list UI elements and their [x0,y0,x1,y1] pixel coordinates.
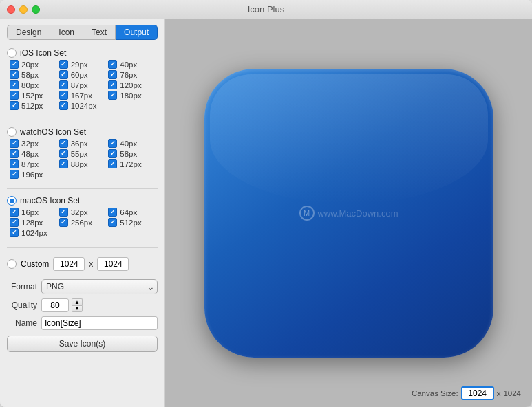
name-label: Name [7,318,37,328]
tab-output[interactable]: Output [116,25,158,40]
ios-cb-512[interactable] [10,101,19,110]
ios-cb-29[interactable] [59,60,68,69]
list-item: 58px [108,149,158,158]
mac-cb-256[interactable] [59,218,68,227]
list-item: 64px [108,208,158,217]
format-label: Format [7,282,37,292]
left-panel: Design Icon Text Output iOS Icon Set 20p… [0,19,165,407]
wo-cb-48[interactable] [10,149,19,158]
maximize-button[interactable] [32,6,40,14]
list-item: 48px [10,149,59,158]
macos-section-header: macOS Icon Set [7,196,158,206]
macos-radio[interactable] [7,196,17,206]
quality-input[interactable] [41,298,69,312]
ios-cb-20[interactable] [10,60,19,69]
save-button[interactable]: Save Icon(s) [7,336,158,352]
form-section: Format PNG JPEG TIFF PDF ⌄ Quality [7,279,158,352]
canvas-width-input[interactable] [461,386,494,400]
mac-cb-16[interactable] [10,208,19,217]
ios-cb-60[interactable] [59,70,68,79]
list-item: 512px [108,218,158,227]
list-item: 172px [108,160,158,168]
custom-radio[interactable] [7,259,17,269]
mac-cb-128[interactable] [10,218,19,227]
ios-checkboxes: 20px 29px 40px 58px 60px 76px 80px 87px … [7,60,158,110]
list-item: 1024px [10,228,59,237]
watchos-section: watchOS Icon Set 32px 36px 40px 48px 55p… [7,127,158,179]
wo-cb-32[interactable] [10,139,19,148]
list-item: 196px [10,170,59,179]
ios-cb-152[interactable] [10,91,19,100]
ios-cb-180[interactable] [108,91,117,100]
quality-label: Quality [7,300,37,310]
wo-cb-36[interactable] [59,139,68,148]
divider-2 [7,188,158,189]
list-item: 512px [10,101,59,110]
list-item: 128px [10,218,59,227]
ios-cb-40[interactable] [108,60,117,69]
ios-cb-80[interactable] [10,80,19,89]
canvas-size-label: Canvas Size: [412,389,458,397]
ios-cb-167[interactable] [59,91,68,100]
ios-cb-76[interactable] [108,70,117,79]
close-button[interactable] [7,6,15,14]
tab-text[interactable]: Text [83,25,116,40]
quality-row: Quality ▲ ▼ [7,298,158,312]
watchos-radio[interactable] [7,127,17,137]
custom-x-label: x [89,259,93,269]
list-item: 1024px [59,101,109,110]
list-item: 87px [10,160,59,168]
canvas-height-label: 1024 [503,389,521,397]
wo-cb-196[interactable] [10,170,19,179]
list-item: 32px [10,139,59,148]
mac-cb-64[interactable] [108,208,117,217]
ios-cb-1024[interactable] [59,101,68,110]
ios-section-header: iOS Icon Set [7,48,158,58]
tab-design[interactable]: Design [7,25,50,40]
wo-cb-172[interactable] [108,160,117,168]
list-item: 58px [10,70,59,79]
list-item: 40px [108,60,158,69]
list-item: 87px [59,80,109,89]
list-item: 76px [108,70,158,79]
app-window: Icon Plus Design Icon Text Output iOS Ic… [0,0,532,407]
divider-3 [7,247,158,248]
list-item: 20px [10,60,59,69]
window-title: Icon Plus [248,4,284,14]
wo-cb-87[interactable] [10,160,19,168]
wo-cb-40[interactable] [108,139,117,148]
watchos-section-header: watchOS Icon Set [7,127,158,137]
custom-row: Custom x [7,257,158,271]
ios-radio[interactable] [7,48,17,58]
quality-increment-button[interactable]: ▲ [72,298,83,305]
macdown-logo-icon: M [299,206,314,221]
quality-stepper-buttons: ▲ ▼ [72,298,83,312]
ios-label: iOS Icon Set [20,48,66,58]
mac-cb-512[interactable] [108,218,117,227]
format-select[interactable]: PNG JPEG TIFF PDF [41,279,158,294]
mac-cb-1024[interactable] [10,228,19,237]
list-item: 152px [10,91,59,100]
watchos-label: watchOS Icon Set [20,127,86,137]
custom-width-input[interactable] [53,257,85,271]
name-input[interactable] [41,316,158,330]
wo-cb-88[interactable] [59,160,68,168]
traffic-lights [7,6,40,14]
wo-cb-58[interactable] [108,149,117,158]
list-item: 32px [59,208,109,217]
ios-section: iOS Icon Set 20px 29px 40px 58px 60px 76… [7,48,158,110]
list-item: 60px [59,70,109,79]
ios-cb-120[interactable] [108,80,117,89]
quality-decrement-button[interactable]: ▼ [72,305,83,312]
wo-cb-55[interactable] [59,149,68,158]
ios-cb-87[interactable] [59,80,68,89]
list-item: 29px [59,60,109,69]
ios-cb-58[interactable] [10,70,19,79]
minimize-button[interactable] [19,6,28,14]
mac-cb-32[interactable] [59,208,68,217]
tab-icon[interactable]: Icon [50,25,83,40]
window-content: Design Icon Text Output iOS Icon Set 20p… [0,19,532,407]
custom-height-input[interactable] [97,257,129,271]
watermark: M www.MacDown.com [299,206,398,221]
list-item: 88px [59,160,109,168]
